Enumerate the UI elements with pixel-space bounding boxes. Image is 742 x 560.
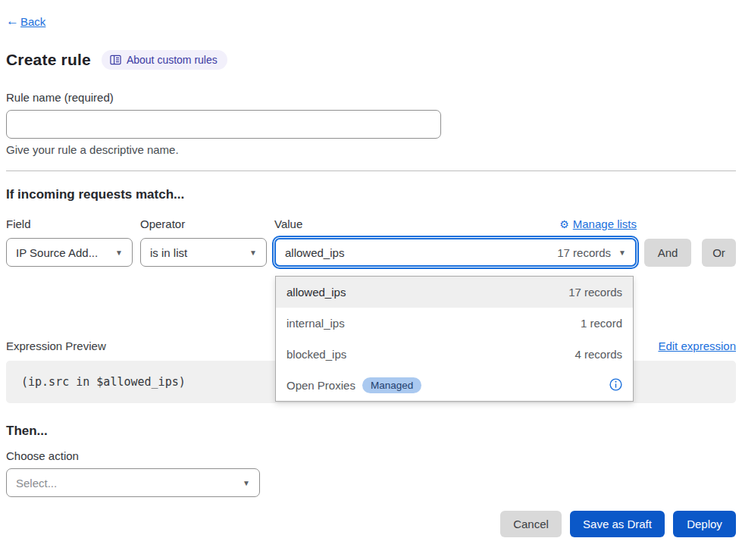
operator-select[interactable]: is in list ▼ xyxy=(140,238,267,267)
field-select[interactable]: IP Source Add... ▼ xyxy=(6,238,133,267)
operator-select-value: is in list xyxy=(150,246,187,259)
book-icon xyxy=(110,55,121,65)
manage-lists-label[interactable]: Manage lists xyxy=(573,217,637,230)
chevron-down-icon: ▼ xyxy=(115,249,123,257)
deploy-button[interactable]: Deploy xyxy=(673,511,736,537)
value-select-records: 17 records xyxy=(557,246,611,259)
list-option-blocked_ips[interactable]: blocked_ips4 records xyxy=(276,339,633,370)
cancel-button[interactable]: Cancel xyxy=(500,511,562,537)
field-select-value: IP Source Add... xyxy=(16,246,98,259)
rule-name-label: Rule name (required) xyxy=(6,91,736,104)
or-button[interactable]: Or xyxy=(702,239,736,267)
record-count: 17 records xyxy=(568,286,622,299)
and-button[interactable]: And xyxy=(644,239,691,267)
chevron-down-icon: ▼ xyxy=(249,249,257,257)
value-label: Value xyxy=(274,217,302,230)
edit-expression-link[interactable]: Edit expression xyxy=(658,339,736,352)
list-name: Open Proxies xyxy=(286,379,355,392)
list-name: blocked_ips xyxy=(286,348,346,361)
then-heading: Then... xyxy=(6,424,736,439)
expression-preview-label: Expression Preview xyxy=(6,339,106,352)
choose-action-label: Choose action xyxy=(6,449,736,462)
rule-name-input[interactable] xyxy=(6,110,441,139)
chevron-down-icon: ▼ xyxy=(618,249,626,257)
expression-code: (ip.src in $allowed_ips) xyxy=(21,375,186,389)
operator-label: Operator xyxy=(140,217,267,230)
create-rule-page: ← Back Create rule About custom rules Ru… xyxy=(0,0,742,560)
info-icon[interactable] xyxy=(609,378,622,391)
list-option-open-proxies[interactable]: Open ProxiesManaged xyxy=(276,370,633,401)
about-custom-rules-badge[interactable]: About custom rules xyxy=(102,50,227,70)
page-title: Create rule xyxy=(6,51,91,69)
field-label: Field xyxy=(6,217,133,230)
section-divider xyxy=(6,171,736,171)
save-as-draft-button[interactable]: Save as Draft xyxy=(570,511,665,537)
match-heading: If incoming requests match... xyxy=(6,187,736,202)
list-option-allowed_ips[interactable]: allowed_ips17 records xyxy=(276,277,633,308)
chevron-down-icon: ▼ xyxy=(243,479,250,487)
rule-name-help: Give your rule a descriptive name. xyxy=(6,143,736,156)
managed-badge: Managed xyxy=(362,377,421,393)
value-select[interactable]: allowed_ips 17 records ▼ xyxy=(274,238,637,267)
back-arrow-icon: ← xyxy=(6,14,19,29)
back-link[interactable]: ← Back xyxy=(6,14,736,29)
action-select-placeholder: Select... xyxy=(16,477,57,490)
gear-icon: ⚙ xyxy=(559,218,569,230)
about-custom-rules-label: About custom rules xyxy=(127,54,218,66)
value-select-value: allowed_ips xyxy=(285,246,344,259)
manage-lists-link[interactable]: ⚙ Manage lists xyxy=(559,217,637,230)
back-link-label[interactable]: Back xyxy=(20,15,45,28)
record-count: 1 record xyxy=(581,317,622,330)
lists-dropdown: allowed_ips17 recordsinternal_ips1 recor… xyxy=(275,276,634,402)
record-count: 4 records xyxy=(575,348,622,361)
list-name: allowed_ips xyxy=(286,286,346,299)
action-select[interactable]: Select... ▼ xyxy=(6,468,260,497)
list-name: internal_ips xyxy=(286,317,345,330)
list-option-internal_ips[interactable]: internal_ips1 record xyxy=(276,308,633,339)
